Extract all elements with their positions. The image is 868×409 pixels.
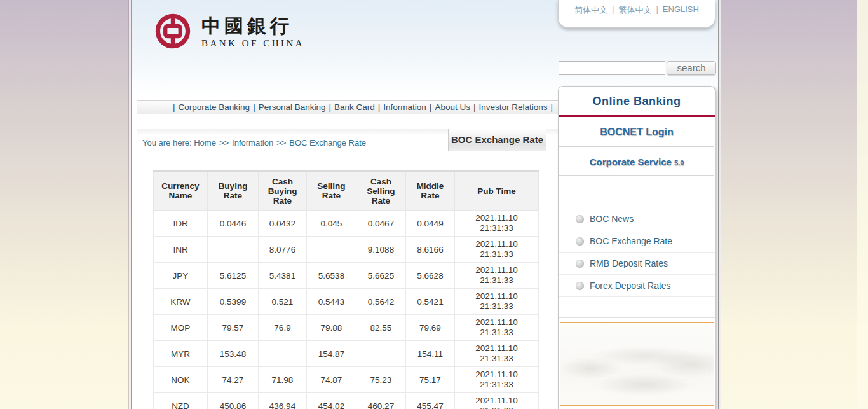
nav-item[interactable]: Information — [383, 102, 426, 112]
breadcrumb-separator: >> — [276, 138, 286, 148]
cell-cash-selling-rate: 75.23 — [356, 367, 406, 393]
breadcrumb: You are here: >>Home>>Information>>BOC E… — [142, 138, 366, 148]
cell-cash-buying-rate: 71.98 — [259, 367, 307, 393]
cell-currency: MOP — [154, 315, 208, 341]
breadcrumb-separator: >> — [219, 138, 229, 148]
sidebar-link-label[interactable]: BOC Exchange Rate — [590, 236, 672, 246]
nav-item[interactable]: About Us — [435, 102, 470, 112]
nav-separator: | — [430, 102, 432, 112]
table-header-row: Currency NameBuying RateCash Buying Rate… — [154, 171, 539, 211]
sidebar-link-list: BOC News BOC Exchange Rate RMB Deposit R… — [559, 208, 715, 297]
nav-item[interactable]: Personal Banking — [259, 102, 326, 112]
cell-currency: JPY — [154, 263, 208, 289]
online-banking-sidebar: Online Banking BOCNET Login Corporate Se… — [558, 86, 715, 409]
cell-cash-buying-rate: 436.94 — [259, 393, 307, 409]
cell-cash-buying-rate: 5.4381 — [259, 263, 307, 289]
cell-currency: INR — [154, 237, 208, 263]
cell-pub-time: 2021.11.10 21:31:33 — [455, 367, 539, 393]
pub-date: 2021.11.10 — [456, 265, 538, 275]
cell-currency: IDR — [154, 211, 208, 237]
pub-time: 21:31:33 — [456, 249, 538, 260]
corporate-service-label: Corporate Service — [590, 156, 672, 167]
cell-currency: KRW — [154, 289, 208, 315]
pub-time: 21:31:33 — [456, 380, 538, 390]
language-link[interactable]: ENGLISH — [663, 4, 699, 14]
cell-buying-rate: 153.48 — [208, 341, 259, 367]
cell-pub-time: 2021.11.10 21:31:33 — [455, 237, 539, 263]
cell-selling-rate: 5.6538 — [307, 263, 356, 289]
cell-middle-rate: 455.47 — [406, 393, 455, 409]
tab-boc-exchange-rate[interactable]: BOC Exchange Rate — [448, 129, 546, 151]
cell-middle-rate: 154.11 — [406, 341, 455, 367]
table-row: NOK 74.27 71.98 74.87 75.23 75.17 2021.1… — [154, 367, 539, 393]
bullet-icon — [576, 215, 584, 223]
cell-middle-rate: 0.0449 — [406, 211, 455, 237]
language-link[interactable]: 繁体中文 — [618, 4, 651, 16]
sidebar-link-item[interactable]: RMB Deposit Rates — [559, 253, 715, 275]
cell-buying-rate: 74.27 — [208, 367, 259, 393]
nav-item[interactable]: Bank Card — [334, 102, 375, 112]
corporate-service-version: 5.0 — [674, 159, 684, 167]
cell-cash-buying-rate: 8.0776 — [259, 237, 307, 263]
cell-buying-rate: 79.57 — [208, 315, 259, 341]
sidebar-link-label[interactable]: Forex Deposit Rates — [590, 281, 671, 291]
pub-date: 2021.11.10 — [456, 239, 538, 249]
page-content: 中國銀行 BANK OF CHINA | 简体中文 | 繁体中文 | ENGLI… — [131, 0, 719, 409]
breadcrumb-link[interactable]: Home — [194, 138, 216, 148]
main-navigation: |Corporate Banking|Personal Banking|Bank… — [137, 100, 558, 114]
cell-selling-rate: 0.045 — [307, 211, 356, 237]
cell-buying-rate: 450.86 — [208, 393, 259, 409]
cell-middle-rate: 75.17 — [406, 367, 455, 393]
sidebar-link-item[interactable]: Forex Deposit Rates — [559, 275, 715, 297]
search-button[interactable]: search — [667, 61, 716, 75]
sidebar-link-label[interactable]: RMB Deposit Rates — [590, 258, 668, 268]
breadcrumb-items: >>Home>>Information>>BOC Exchange Rate — [194, 138, 366, 148]
column-header: Selling Rate — [307, 171, 356, 211]
search-input[interactable] — [559, 61, 665, 75]
cell-pub-time: 2021.11.10 21:31:33 — [455, 341, 539, 367]
pub-time: 21:31:33 — [456, 406, 538, 409]
breadcrumb-link[interactable]: BOC Exchange Rate — [289, 138, 366, 148]
cell-cash-selling-rate: 0.5642 — [356, 289, 406, 315]
cell-cash-selling-rate: 9.1088 — [356, 237, 406, 263]
pub-time: 21:31:33 — [456, 275, 538, 286]
cell-pub-time: 2021.11.10 21:31:33 — [455, 263, 539, 289]
table-row: NZD 450.86 436.94 454.02 460.27 455.47 2… — [154, 393, 539, 409]
breadcrumb-link[interactable]: Information — [232, 138, 273, 148]
cell-pub-time: 2021.11.10 21:31:33 — [455, 211, 539, 237]
nav-separator: | — [550, 102, 553, 112]
nav-separator: | — [253, 102, 255, 112]
pub-time: 21:31:33 — [456, 302, 538, 312]
nav-item[interactable]: Corporate Banking — [179, 102, 250, 112]
branch-photo-banner[interactable] — [560, 322, 714, 406]
pub-date: 2021.11.10 — [456, 396, 538, 406]
sidebar-link-item[interactable]: BOC News — [559, 208, 715, 230]
boc-logo-chinese: 中國銀行 — [201, 15, 304, 36]
bullet-icon — [576, 260, 584, 268]
bocnet-login-button[interactable]: BOCNET Login — [559, 117, 715, 146]
bullet-icon — [576, 237, 584, 246]
pub-date: 2021.11.10 — [456, 343, 538, 354]
language-separator: | — [656, 4, 658, 14]
table-row: IDR 0.0446 0.0432 0.045 0.0467 0.0449 20… — [154, 211, 539, 237]
pub-date: 2021.11.10 — [456, 317, 538, 328]
nav-item[interactable]: Investor Relations — [478, 102, 547, 112]
sidebar-link-label[interactable]: BOC News — [590, 214, 634, 224]
cell-cash-buying-rate: 0.0432 — [259, 211, 307, 237]
table-row: MYR 153.48 154.87 154.11 2021.11.10 21:3… — [154, 341, 539, 367]
boc-logo-text: 中國銀行 BANK OF CHINA — [201, 13, 304, 49]
background-strip — [857, 0, 868, 409]
cell-cash-buying-rate: 0.521 — [259, 289, 307, 315]
sidebar-link-item[interactable]: BOC Exchange Rate — [559, 230, 715, 253]
cell-middle-rate: 0.5421 — [406, 289, 455, 315]
cell-cash-selling-rate: 82.55 — [356, 315, 406, 341]
cell-pub-time: 2021.11.10 21:31:33 — [455, 289, 539, 315]
pub-date: 2021.11.10 — [456, 370, 538, 380]
boc-emblem-icon — [154, 13, 191, 50]
language-selector: | 简体中文 | 繁体中文 | ENGLISH — [558, 0, 715, 28]
boc-logo[interactable]: 中國銀行 BANK OF CHINA — [154, 13, 304, 50]
cell-cash-selling-rate: 0.0467 — [356, 211, 406, 237]
cell-selling-rate: 74.87 — [307, 367, 356, 393]
corporate-service-button[interactable]: Corporate Service 5.0 — [559, 148, 715, 175]
language-link[interactable]: 简体中文 — [574, 4, 607, 16]
